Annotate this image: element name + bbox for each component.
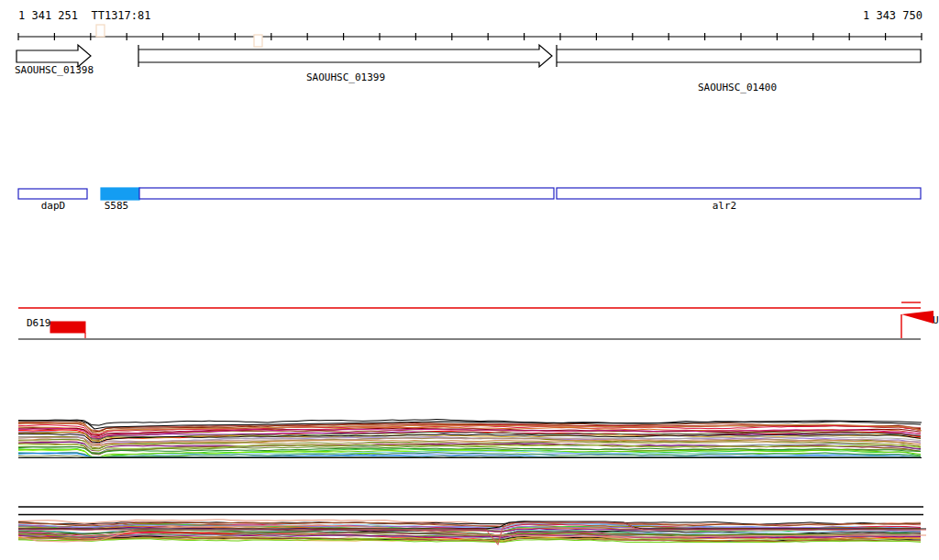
gene-label-saouhsc-01399[interactable]: SAOUHSC_01399 bbox=[306, 72, 385, 82]
u-feature-wedge[interactable] bbox=[901, 311, 933, 324]
gene-label-saouhsc-01398[interactable]: SAOUHSC_01398 bbox=[15, 65, 94, 75]
position-start-label: 1 341 251 TT1317:81 bbox=[18, 10, 151, 22]
position-end-label: 1 343 750 bbox=[863, 10, 922, 22]
expression-panel-lower[interactable] bbox=[18, 520, 926, 544]
browser-scene[interactable] bbox=[0, 0, 939, 560]
transcript-box-unnamed[interactable] bbox=[139, 188, 554, 199]
transcript-box-S585[interactable] bbox=[101, 188, 139, 200]
genome-browser: 1 341 251 TT1317:81 1 343 750 SAOUHSC_01… bbox=[0, 0, 939, 560]
gene-label-saouhsc-01400[interactable]: SAOUHSC_01400 bbox=[698, 82, 777, 93]
transcript-box-alr2[interactable] bbox=[557, 188, 921, 199]
selection-marker[interactable] bbox=[96, 25, 105, 37]
expression-panel-upper[interactable] bbox=[18, 420, 922, 457]
transcript-label-s585[interactable]: S585 bbox=[105, 201, 129, 211]
transcript-box-dapD[interactable] bbox=[18, 189, 87, 199]
gene-arrow-saouhsc_01400[interactable] bbox=[557, 45, 921, 67]
gene-arrow-saouhsc_01399[interactable] bbox=[138, 45, 552, 67]
transcript-label-dapd[interactable]: dapD bbox=[41, 201, 66, 211]
marker-label-d619[interactable]: D619 bbox=[27, 318, 51, 328]
d619-feature-block[interactable] bbox=[50, 322, 85, 333]
transcript-label-alr2[interactable]: alr2 bbox=[713, 201, 737, 211]
marker-label-u[interactable]: U bbox=[933, 315, 939, 325]
selection-marker[interactable] bbox=[254, 35, 262, 47]
